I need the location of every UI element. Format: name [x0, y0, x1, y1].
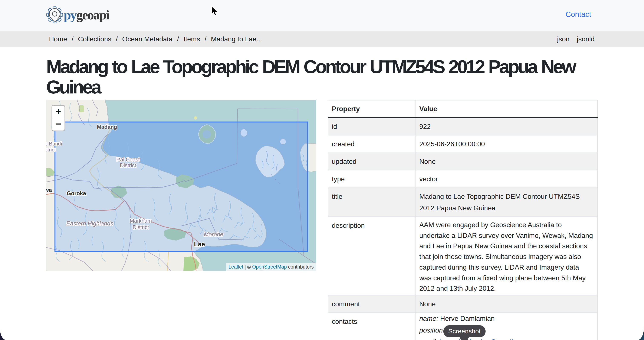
svg-text:District: District: [133, 224, 149, 230]
svg-text:Rai Coast: Rai Coast: [116, 156, 140, 162]
svg-text:ino Bundi: ino Bundi: [46, 141, 62, 146]
svg-text:District: District: [120, 162, 136, 168]
svg-text:wa: wa: [46, 187, 52, 193]
svg-text:Lae: Lae: [194, 241, 205, 248]
svg-text:Madang: Madang: [97, 124, 117, 130]
svg-text:Goroka: Goroka: [67, 190, 86, 197]
svg-text:Markham: Markham: [130, 218, 152, 224]
svg-text:District: District: [46, 147, 56, 152]
svg-text:Eastern Highlands: Eastern Highlands: [66, 220, 113, 227]
svg-text:pygeoapi: pygeoapi: [64, 8, 110, 22]
svg-text:Morobe: Morobe: [204, 231, 224, 238]
